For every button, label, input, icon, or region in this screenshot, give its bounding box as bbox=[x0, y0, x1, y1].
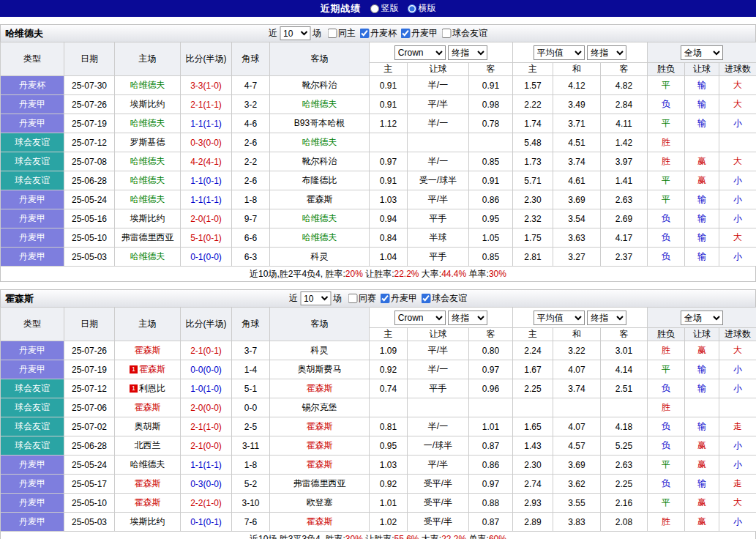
layout-option-horizontal[interactable]: 横版 bbox=[408, 2, 436, 15]
filter-checkbox[interactable] bbox=[421, 294, 430, 303]
team-link: 霍森斯 bbox=[307, 440, 333, 450]
corners-cell: 5-1 bbox=[232, 379, 270, 398]
company-odds-header: Crown 终指 bbox=[370, 308, 513, 328]
layout-radio[interactable] bbox=[370, 4, 379, 13]
layout-radio[interactable] bbox=[408, 4, 416, 13]
filter-checkbox[interactable] bbox=[441, 29, 451, 38]
filter-checkbox[interactable] bbox=[327, 29, 337, 38]
avg-draw-odds-cell: 3.69 bbox=[553, 190, 601, 209]
league-type-cell: 球会友谊 bbox=[1, 417, 64, 436]
handicap-result-cell: 输 bbox=[685, 475, 719, 494]
league-type-cell: 丹麦甲 bbox=[1, 513, 64, 532]
layout-option-vertical[interactable]: 竖版 bbox=[370, 2, 399, 15]
filter-checkbox[interactable] bbox=[359, 29, 369, 38]
score-cell: 0-3(0-0) bbox=[181, 133, 232, 152]
average-mode-select[interactable]: 终指 bbox=[587, 45, 626, 60]
average-mode-select[interactable]: 终指 bbox=[587, 311, 626, 325]
games-count-select[interactable]: 10 bbox=[280, 26, 310, 40]
col-corners: 角球 bbox=[232, 308, 270, 341]
table-header-row: 类型 日期 主场 比分(半场) 角球 客场 Crown 终指 平均值 终指 bbox=[1, 42, 756, 63]
filter-option[interactable]: 丹麦甲 bbox=[400, 27, 438, 40]
filter-checkbox[interactable] bbox=[380, 294, 389, 303]
average-select[interactable]: 平均值 bbox=[534, 311, 585, 325]
subcol-avg-draw: 和 bbox=[553, 63, 601, 76]
home-odds-cell: 1.04 bbox=[370, 248, 408, 267]
goals-result-cell: 小 bbox=[719, 456, 756, 475]
league-type-cell: 丹麦甲 bbox=[1, 475, 64, 494]
result-cell: 负 bbox=[648, 436, 685, 456]
company-mode-select[interactable]: 终指 bbox=[448, 45, 487, 60]
away-odds-cell bbox=[469, 398, 513, 417]
filter-option[interactable]: 球会友谊 bbox=[441, 27, 487, 40]
league-type-cell: 丹麦甲 bbox=[1, 248, 64, 267]
avg-home-odds-cell: 1.65 bbox=[513, 417, 553, 436]
handicap-result-cell: 赢 bbox=[685, 341, 719, 360]
away-odds-cell: 0.85 bbox=[469, 152, 513, 171]
average-select[interactable]: 平均值 bbox=[534, 45, 585, 60]
company-select[interactable]: Crown bbox=[394, 311, 446, 325]
score-cell: 1-0(1-0) bbox=[181, 379, 232, 398]
avg-home-odds-cell: 2.74 bbox=[513, 475, 553, 494]
filter-option[interactable]: 同赛 bbox=[348, 292, 376, 305]
away-team-cell: 弗雷德里西亚 bbox=[270, 475, 370, 494]
away-team-cell: 靴尔科治 bbox=[270, 76, 370, 95]
handicap-result-cell: 赢 bbox=[685, 171, 719, 190]
match-row: 球会友谊25-06-28哈维德夫1-1(0-1)2-6布隆德比0.91受一/球半… bbox=[1, 171, 756, 190]
filter-option[interactable]: 丹麦甲 bbox=[380, 292, 417, 305]
away-odds-cell: 0.96 bbox=[469, 379, 513, 398]
match-row: 丹麦甲25-07-26埃斯比约2-1(1-1)3-2哈维德夫0.91平/半0.9… bbox=[1, 95, 756, 114]
league-type-cell: 球会友谊 bbox=[1, 152, 64, 171]
filter-checkbox[interactable] bbox=[348, 294, 357, 303]
goals-result-cell: 走 bbox=[719, 417, 756, 436]
games-count-select[interactable]: 10 bbox=[300, 291, 331, 305]
red-card-badge: 1 bbox=[130, 365, 138, 373]
handicap-result-cell: 输 bbox=[685, 360, 719, 379]
date-cell: 25-06-28 bbox=[64, 171, 115, 190]
home-odds-cell: 0.95 bbox=[370, 436, 408, 456]
avg-away-odds-cell: 4.14 bbox=[601, 360, 648, 379]
filter-option[interactable]: 球会友谊 bbox=[421, 292, 467, 305]
avg-draw-odds-cell: 3.22 bbox=[553, 341, 601, 360]
team-link: 奥胡斯 bbox=[135, 421, 161, 431]
home-team-cell: 埃斯比约 bbox=[115, 209, 181, 228]
avg-draw-odds-cell: 4.61 bbox=[553, 171, 601, 190]
company-select[interactable]: Crown bbox=[394, 45, 446, 60]
handicap-result-cell: 输 bbox=[685, 76, 719, 95]
scope-select[interactable]: 全场 bbox=[681, 311, 723, 325]
summary-stat-value: 22.2% bbox=[441, 534, 466, 539]
filter-option-label: 同赛 bbox=[359, 292, 376, 305]
company-mode-select[interactable]: 终指 bbox=[448, 311, 487, 325]
match-row: 球会友谊25-06-28北西兰2-1(0-0)3-11霍森斯0.95一/球半0.… bbox=[1, 436, 756, 456]
away-odds-cell: 0.98 bbox=[469, 95, 513, 114]
avg-away-odds-cell: 3.01 bbox=[601, 341, 648, 360]
handicap-line-cell: 平手 bbox=[408, 248, 469, 267]
home-team-cell: 罗斯基德 bbox=[115, 133, 181, 152]
corners-cell: 3-11 bbox=[232, 436, 270, 456]
league-type-cell: 丹麦甲 bbox=[1, 494, 64, 513]
filter-checkbox[interactable] bbox=[400, 29, 410, 38]
away-team-cell: 哈维德夫 bbox=[270, 209, 370, 228]
date-cell: 25-07-26 bbox=[64, 95, 115, 114]
summary-stat-label: 单率: bbox=[466, 269, 489, 279]
team-link: 哈维德夫 bbox=[302, 213, 337, 223]
handicap-line-cell bbox=[408, 398, 469, 417]
date-cell: 25-07-08 bbox=[64, 152, 115, 171]
scope-select[interactable]: 全场 bbox=[681, 45, 723, 60]
summary-stat-value: 22.2% bbox=[394, 269, 419, 279]
avg-away-odds-cell: 2.51 bbox=[601, 379, 648, 398]
filter-option[interactable]: 同主 bbox=[327, 27, 356, 40]
date-cell: 25-05-03 bbox=[64, 513, 115, 532]
match-row: 丹麦甲25-05-24哈维德夫1-1(1-1)1-8霍森斯1.03平/半0.86… bbox=[1, 190, 756, 209]
filter-option[interactable]: 丹麦杯 bbox=[359, 27, 397, 40]
score-cell: 0-1(0-0) bbox=[181, 248, 232, 267]
recent-matches-table: 类型 日期 主场 比分(半场) 角球 客场 Crown 终指 平均值 终指 bbox=[0, 42, 756, 267]
corners-cell: 3-2 bbox=[232, 95, 270, 114]
match-row: 球会友谊25-07-12罗斯基德0-3(0-0)2-6哈维德夫5.484.511… bbox=[1, 133, 756, 152]
avg-away-odds-cell: 4.17 bbox=[601, 228, 648, 248]
avg-away-odds-cell bbox=[601, 398, 648, 417]
goals-result-cell bbox=[719, 133, 756, 152]
handicap-line-cell: 一/球半 bbox=[408, 436, 469, 456]
avg-home-odds-cell: 1.57 bbox=[513, 76, 553, 95]
avg-home-odds-cell: 1.43 bbox=[513, 436, 553, 456]
col-score: 比分(半场) bbox=[181, 308, 232, 341]
